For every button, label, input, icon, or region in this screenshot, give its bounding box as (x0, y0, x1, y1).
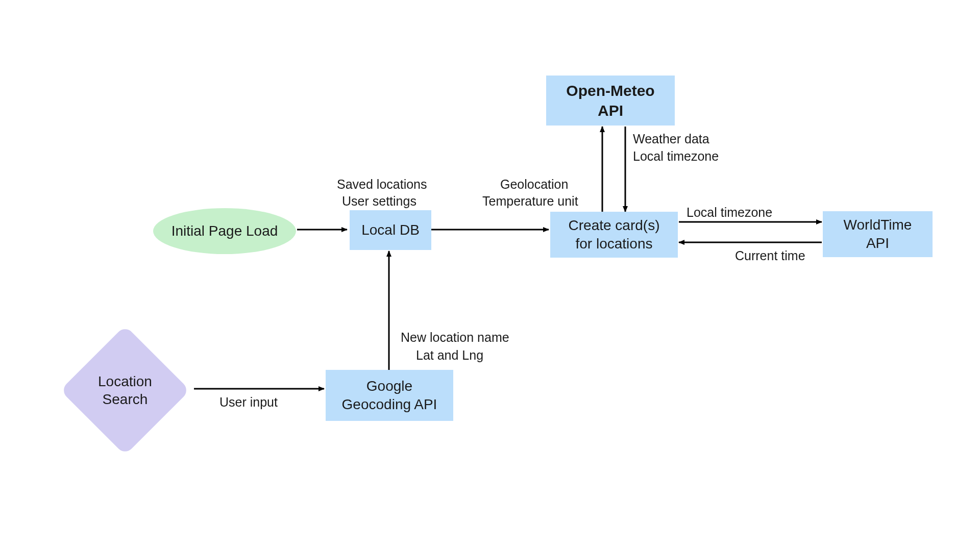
edge-label-temperature-unit: Temperature unit (482, 193, 578, 210)
edge-label-lat-and-lng: Lat and Lng (416, 347, 483, 364)
node-label: Location Search (98, 372, 152, 408)
arrows-layer (0, 0, 980, 551)
edge-label-local-timezone-a: Local timezone (633, 148, 719, 165)
node-label: Local DB (361, 222, 420, 238)
node-label: Initial Page Load (172, 223, 278, 239)
node-local-db: Local DB (350, 210, 431, 250)
node-google-geocoding: Google Geocoding API (326, 370, 453, 421)
node-label: Create card(s) for locations (569, 216, 660, 254)
diagram-canvas: Initial Page Load Local DB Open-Meteo AP… (0, 0, 980, 551)
node-open-meteo-api: Open-Meteo API (546, 76, 675, 126)
node-worldtime-api: WorldTime API (823, 211, 933, 257)
node-create-cards: Create card(s) for locations (550, 212, 678, 258)
node-location-search: Location Search (60, 325, 190, 456)
edge-label-current-time: Current time (735, 247, 805, 265)
edge-label-user-settings: User settings (342, 193, 416, 210)
edge-label-saved-locations: Saved locations (337, 176, 427, 193)
edge-label-new-location-name: New location name (401, 329, 509, 346)
edge-label-user-input: User input (219, 394, 278, 411)
node-label: WorldTime API (844, 216, 912, 253)
node-initial-page-load: Initial Page Load (153, 208, 296, 254)
edge-label-geolocation: Geolocation (500, 176, 568, 193)
node-label: Google Geocoding API (342, 377, 437, 414)
edge-label-weather-data: Weather data (633, 131, 709, 148)
edge-label-local-timezone-b: Local timezone (687, 204, 772, 221)
node-label: Open-Meteo API (566, 81, 654, 120)
